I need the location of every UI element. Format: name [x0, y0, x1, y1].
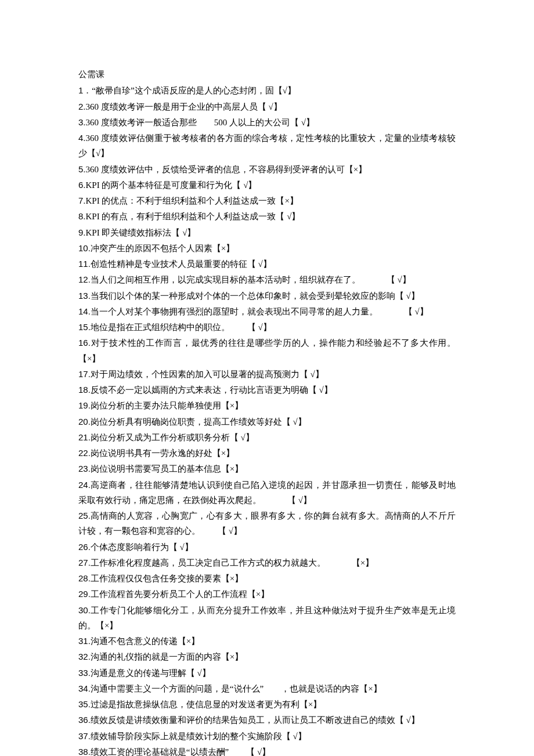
item-text: 沟通中需要主义一个方面的问题，是“说什么” ，也就是说话的内容【×】 — [91, 684, 382, 693]
item-text: KPI 的两个基本特征是可度量和行为化【 √】 — [86, 180, 257, 190]
item-text: 绩效工资的理论基础就是“以绩去酬” 【 √】 — [91, 747, 270, 756]
item-text: 对于周边绩效，个性因素的加入可以显著的提高预测力【 √】 — [91, 370, 324, 379]
item-text: KPI 即关键绩效指标法【 √】 — [86, 228, 196, 237]
item-number: 29. — [78, 589, 91, 599]
item-number: 27. — [78, 558, 91, 567]
item-number: 7. — [78, 196, 86, 205]
question-item: 1．“敝帚自珍”这个成语反应的是人的心态封闭，固【√】 — [78, 83, 456, 98]
item-number: 32. — [78, 652, 91, 661]
item-number: 38. — [78, 747, 91, 756]
item-number: 3. — [78, 117, 86, 127]
item-text: 工作流程首先要分析员工个人的工作流程【×】 — [91, 589, 269, 599]
item-number: 26. — [78, 542, 91, 552]
item-text: 过滤是指故意操纵信息，使信息显的对发送者更为有利【×】 — [91, 700, 322, 709]
question-item: 18.反馈不必一定以嫣雨的方式来表达，行动比言语更为明确【 √】 — [78, 382, 456, 397]
question-item: 36.绩效反馈是讲绩效衡量和评价的结果告知员工，从而让员工不断改进自己的绩效【 … — [78, 712, 456, 728]
item-number: 30. — [78, 605, 91, 615]
item-number: 23. — [78, 464, 91, 473]
item-text: 当人们之间相互作用，以完成实现目标的基本活动时，组织就存在了。 【 √】 — [91, 275, 411, 284]
item-number: 36. — [78, 715, 91, 725]
question-item: 38.绩效工资的理论基础就是“以绩去酬” 【 √】 — [78, 744, 456, 756]
item-text: “敝帚自珍”这个成语反应的是人的心态封闭，固【√】 — [92, 86, 296, 95]
question-item: 7.KPI 的优点：不利于组织利益和个人利益达成一致【×】 — [78, 193, 456, 208]
question-item: 9.KPI 即关键绩效指标法【 √】 — [78, 225, 456, 240]
item-text: 360 度绩效考评一般适合那些 500 人以上的大公司【 √】 — [86, 118, 315, 127]
question-item: 2.360 度绩效考评一般是用于企业的中高层人员【 √】 — [78, 99, 456, 114]
item-text: 地位是指在正式组织结构中的职位。 【 √】 — [91, 323, 272, 332]
question-item: 19.岗位分析的主要办法只能单独使用【×】 — [78, 398, 456, 413]
item-number: 4. — [78, 133, 86, 143]
item-text: 冲突产生的原因不包括个人因素【×】 — [91, 244, 234, 253]
item-text: 岗位分析又成为工作分析或职务分析【 √】 — [91, 433, 254, 442]
question-item: 31.沟通不包含意义的传递【×】 — [78, 634, 456, 649]
question-item: 32.沟通的礼仪指的就是一方面的内容【×】 — [78, 649, 456, 664]
item-text: 绩效辅导阶段实际上就是绩效计划的整个实施阶段【 √】 — [91, 732, 306, 741]
item-number: 35. — [78, 699, 91, 709]
question-item: 26.个体态度影响着行为【 √】 — [78, 540, 456, 555]
question-item: 30.工作专门化能够细化分工，从而充分提升工作效率，并且这种做法对于提升生产效率… — [78, 603, 456, 634]
question-item: 15.地位是指在正式组织结构中的职位。 【 √】 — [78, 320, 456, 335]
item-number: 31. — [78, 636, 91, 646]
item-number: 22. — [78, 448, 91, 458]
item-number: 20. — [78, 417, 91, 426]
item-number: 2. — [78, 102, 86, 111]
item-number: 17. — [78, 369, 91, 379]
question-item: 22.岗位说明书具有一劳永逸的好处【×】 — [78, 446, 456, 461]
item-number: 18. — [78, 385, 91, 395]
item-number: 8. — [78, 211, 86, 221]
item-text: 绩效反馈是讲绩效衡量和评价的结果告知员工，从而让员工不断改进自己的绩效【 √】 — [91, 715, 420, 725]
item-number: 13. — [78, 291, 91, 301]
item-number: 6. — [78, 180, 86, 190]
question-item: 20.岗位分析具有明确岗位职责，提高工作绩效等好处【 √】 — [78, 414, 456, 429]
item-text: 当一个人对某个事物拥有强烈的愿望时，就会表现出不同寻常的超人力量。 【 √】 — [91, 307, 428, 316]
item-number: 5. — [78, 164, 86, 174]
item-text: 360 度绩效评估中，反馈给受评者的信息，不容易得到受评者的认可【×】 — [86, 165, 367, 174]
items-list: 1．“敝帚自珍”这个成语反应的是人的心态封闭，固【√】2.360 度绩效考评一般… — [78, 83, 456, 756]
item-text: 高逆商者，往往能够清楚地认识到使自己陷入逆境的起因，并甘愿承担一切责任，能够及时… — [78, 480, 456, 505]
item-text: 岗位分析的主要办法只能单独使用【×】 — [91, 401, 243, 410]
item-number: 24. — [78, 480, 91, 490]
item-text: 对于技术性的工作而言，最优秀的往往是哪些学历的人，操作能力和经验起不了多大作用。… — [78, 338, 456, 363]
question-item: 27.工作标准化程度越高，员工决定自己工作方式的权力就越大。 【×】 — [78, 555, 456, 570]
question-item: 3.360 度绩效考评一般适合那些 500 人以上的大公司【 √】 — [78, 115, 456, 130]
item-number: 12. — [78, 274, 91, 284]
item-number: 15. — [78, 322, 91, 332]
item-number: 28. — [78, 573, 91, 583]
item-text: 当我们以个体的某一种形成对个体的一个总体印象时，就会受到晕轮效应的影响【 √】 — [91, 291, 420, 301]
item-text: KPI 的优点：不利于组织利益和个人利益达成一致【×】 — [86, 196, 298, 205]
question-item: 4.360 度绩效评估侧重于被考核者的各方面的综合考核，定性考核的比重较大，定量… — [78, 131, 456, 161]
item-text: 沟通不包含意义的传递【×】 — [91, 636, 200, 646]
item-number: 14. — [78, 306, 91, 316]
item-text: 岗位分析具有明确岗位职责，提高工作绩效等好处【 √】 — [91, 417, 306, 426]
item-number: 1． — [78, 85, 92, 95]
item-number: 33. — [78, 668, 91, 678]
question-item: 16.对于技术性的工作而言，最优秀的往往是哪些学历的人，操作能力和经验起不了多大… — [78, 335, 456, 366]
question-item: 5.360 度绩效评估中，反馈给受评者的信息，不容易得到受评者的认可【×】 — [78, 162, 456, 177]
item-number: 37. — [78, 731, 91, 741]
item-number: 10. — [78, 243, 91, 253]
question-item: 12.当人们之间相互作用，以完成实现目标的基本活动时，组织就存在了。 【 √】 — [78, 272, 456, 287]
question-item: 29.工作流程首先要分析员工个人的工作流程【×】 — [78, 587, 456, 602]
item-text: 360 度绩效考评一般是用于企业的中高层人员【 √】 — [86, 102, 282, 111]
item-text: 沟通的礼仪指的就是一方面的内容【×】 — [91, 652, 243, 661]
question-item: 21.岗位分析又成为工作分析或职务分析【 √】 — [78, 430, 456, 445]
question-item: 37.绩效辅导阶段实际上就是绩效计划的整个实施阶段【 √】 — [78, 729, 456, 744]
question-item: 13.当我们以个体的某一种形成对个体的一个总体印象时，就会受到晕轮效应的影响【 … — [78, 288, 456, 303]
question-item: 35.过滤是指故意操纵信息，使信息显的对发送者更为有利【×】 — [78, 697, 456, 712]
question-item: 10.冲突产生的原因不包括个人因素【×】 — [78, 241, 456, 256]
item-number: 16. — [78, 338, 91, 348]
item-text: 岗位说明书具有一劳永逸的好处【×】 — [91, 448, 234, 458]
item-number: 21. — [78, 432, 91, 442]
item-text: 反馈不必一定以嫣雨的方式来表达，行动比言语更为明确【 √】 — [91, 385, 333, 395]
question-item: 23.岗位说明书需要写员工的基本信息【×】 — [78, 461, 456, 476]
item-text: 工作流程仅仅包含任务交接的要素【×】 — [91, 574, 243, 583]
item-number: 34. — [78, 683, 91, 693]
item-text: 工作专门化能够细化分工，从而充分提升工作效率，并且这种做法对于提升生产效率是无止… — [78, 606, 456, 630]
item-number: 19. — [78, 400, 91, 410]
item-text: 岗位说明书需要写员工的基本信息【×】 — [91, 464, 243, 473]
item-text: 360 度绩效评估侧重于被考核者的各方面的综合考核，定性考核的比重较大，定量的业… — [78, 133, 456, 158]
item-text: 沟通是意义的传递与理解【 √】 — [91, 668, 211, 678]
question-item: 6.KPI 的两个基本特征是可度量和行为化【 √】 — [78, 178, 456, 193]
document-title: 公需课 — [78, 67, 456, 82]
question-item: 17.对于周边绩效，个性因素的加入可以显著的提高预测力【 √】 — [78, 367, 456, 382]
